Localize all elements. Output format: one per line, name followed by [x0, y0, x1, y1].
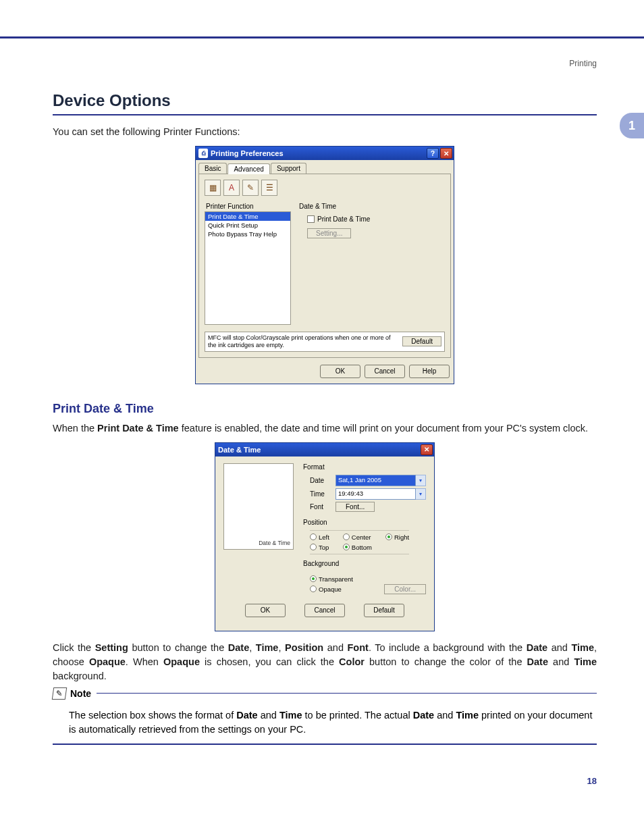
printing-preferences-dialog: ⎙ Printing Preferences ? ✕ Basic Advance… — [195, 146, 454, 384]
note-block: ✎ Note The selection box shows the forma… — [53, 693, 597, 745]
figure-date-time: Date & Time ✕ Date & Time Format Date Sa… — [53, 442, 597, 631]
toolbar-icon-2[interactable]: A — [223, 180, 240, 196]
dt-cancel-button[interactable]: Cancel — [304, 604, 345, 617]
printer-function-label: Printer Function — [205, 203, 291, 211]
chevron-down-icon[interactable]: ▾ — [416, 475, 426, 486]
pos-bottom[interactable]: Bottom — [343, 544, 372, 551]
pp-footer-note: MFC will stop Color/Grayscale print oper… — [208, 334, 397, 349]
pos-center[interactable]: Center — [343, 533, 372, 541]
dt-position-grid: Left Center Right Top Bottom — [310, 530, 409, 554]
dt-preview-label: Date & Time — [259, 540, 290, 546]
pp-close-button[interactable]: ✕ — [440, 148, 452, 159]
dt-color-button[interactable]: Color... — [384, 584, 426, 594]
pos-right[interactable]: Right — [385, 533, 409, 541]
section-rule — [53, 114, 597, 115]
dt-position-label: Position — [303, 519, 426, 526]
dt-font-button[interactable]: Font... — [336, 502, 375, 512]
toolbar-icon-1[interactable]: ▦ — [205, 180, 221, 196]
printer-icon: ⎙ — [198, 149, 208, 158]
bg-opaque[interactable]: Opaque — [310, 585, 342, 593]
pos-top[interactable]: Top — [310, 544, 329, 551]
dt-title: Date & Time — [218, 446, 261, 454]
tab-advanced[interactable]: Advanced — [227, 163, 269, 174]
bg-transparent[interactable]: Transparent — [310, 575, 353, 583]
dt-buttons: OK Cancel Default — [223, 596, 426, 624]
dt-close-button[interactable]: ✕ — [421, 444, 433, 455]
dt-format-label: Format — [303, 463, 426, 471]
figure-printing-preferences: ⎙ Printing Preferences ? ✕ Basic Advance… — [53, 146, 597, 384]
dt-preview: Date & Time — [223, 463, 294, 550]
dt-date-value: Sat,1 Jan 2005 — [336, 475, 416, 486]
page-number: 18 — [53, 776, 597, 786]
dt-titlebar: Date & Time ✕ — [215, 443, 434, 457]
date-time-dialog: Date & Time ✕ Date & Time Format Date Sa… — [215, 442, 435, 631]
note-text: The selection box shows the format of Da… — [53, 708, 597, 737]
toolbar-icon-3[interactable]: ✎ — [242, 180, 259, 196]
tab-support[interactable]: Support — [271, 163, 306, 174]
tab-basic[interactable]: Basic — [198, 163, 227, 174]
pp-tab-body: ▦ A ✎ ☰ Printer Function Print Date & Ti… — [198, 174, 451, 358]
print-date-time-checkbox-label: Print Date & Time — [317, 215, 370, 223]
pos-left[interactable]: Left — [310, 533, 329, 541]
section-title: Device Options — [53, 91, 597, 110]
dt-background-label: Background — [303, 560, 426, 567]
pp-toolbar: ▦ A ✎ ☰ — [205, 180, 445, 196]
pp-title: Printing Preferences — [211, 149, 284, 157]
dt-date-combo[interactable]: Sat,1 Jan 2005 ▾ — [336, 475, 426, 486]
printer-function-panel: Printer Function Print Date & Time Quick… — [205, 203, 291, 325]
chapter-side-tab: 1 — [620, 113, 644, 138]
pp-help-bottom-button[interactable]: Help — [409, 365, 450, 378]
para-2: Click the Setting button to change the D… — [53, 641, 597, 683]
dt-time-combo[interactable]: 19:49:43 ▾ — [336, 488, 426, 500]
pp-right-panel: Date & Time Print Date & Time Setting... — [299, 203, 445, 325]
note-title: Note — [70, 688, 91, 699]
pp-cancel-button[interactable]: Cancel — [365, 365, 405, 378]
running-head: Printing — [53, 59, 597, 68]
dt-default-button[interactable]: Default — [364, 604, 404, 617]
pp-ok-button[interactable]: OK — [320, 365, 360, 378]
dt-font-label: Font — [303, 503, 330, 511]
print-date-time-checkbox[interactable] — [307, 215, 315, 223]
dt-date-label: Date — [303, 477, 330, 484]
pp-group-title: Date & Time — [299, 203, 445, 210]
pp-help-button[interactable]: ? — [427, 148, 439, 159]
dt-time-value: 19:49:43 — [336, 488, 416, 500]
pp-default-button[interactable]: Default — [402, 336, 441, 346]
pp-tabs: Basic Advanced Support — [196, 160, 454, 174]
chevron-down-icon[interactable]: ▾ — [416, 488, 426, 500]
func-quick-print-setup[interactable]: Quick Print Setup — [205, 221, 290, 230]
setting-button[interactable]: Setting... — [307, 228, 351, 238]
note-icon: ✎ — [52, 687, 68, 700]
printer-function-list[interactable]: Print Date & Time Quick Print Setup Phot… — [205, 211, 291, 325]
pp-titlebar: ⎙ Printing Preferences ? ✕ — [196, 147, 454, 160]
dt-body: Date & Time Format Date Sat,1 Jan 2005 ▾ — [215, 457, 434, 631]
dt-ok-button[interactable]: OK — [245, 604, 286, 617]
func-photo-bypass-tray-help[interactable]: Photo Bypass Tray Help — [205, 230, 290, 238]
para-1: When the Print Date & Time feature is en… — [53, 421, 597, 436]
lead-text: You can set the following Printer Functi… — [53, 125, 597, 139]
subsection-title: Print Date & Time — [53, 402, 597, 416]
pp-buttons: OK Cancel Help — [196, 361, 454, 384]
pp-footer: MFC will stop Color/Grayscale print oper… — [205, 332, 445, 352]
func-print-date-time[interactable]: Print Date & Time — [205, 212, 290, 221]
dt-time-label: Time — [303, 490, 330, 498]
toolbar-icon-4[interactable]: ☰ — [261, 180, 277, 196]
page-content: Printing 1 Device Options You can set th… — [0, 38, 644, 813]
